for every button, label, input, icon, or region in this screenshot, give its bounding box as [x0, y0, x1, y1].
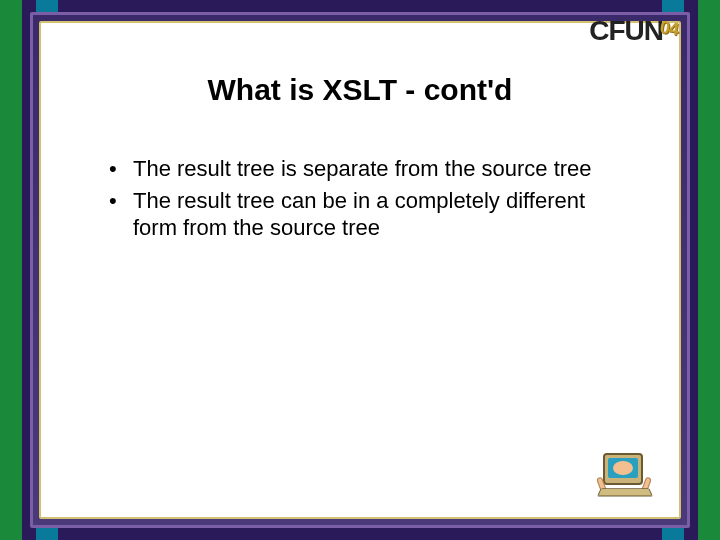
list-item: The result tree is separate from the sou… [109, 155, 629, 183]
list-item: The result tree can be in a completely d… [109, 187, 629, 242]
cfun-logo: CFUN04 [589, 15, 681, 47]
slide-outer-frame: CFUN04 What is XSLT - cont'd The result … [0, 0, 720, 540]
slide-inner-frame: What is XSLT - cont'd The result tree is… [39, 21, 681, 519]
logo-suffix: 04 [659, 17, 680, 40]
mascot-icon [597, 447, 661, 503]
slide-mid-frame: CFUN04 What is XSLT - cont'd The result … [30, 12, 690, 528]
slide-title: What is XSLT - cont'd [91, 73, 629, 107]
logo-text: CFUN [589, 15, 663, 46]
bullet-list: The result tree is separate from the sou… [91, 155, 629, 242]
slide-content: What is XSLT - cont'd The result tree is… [41, 23, 679, 266]
